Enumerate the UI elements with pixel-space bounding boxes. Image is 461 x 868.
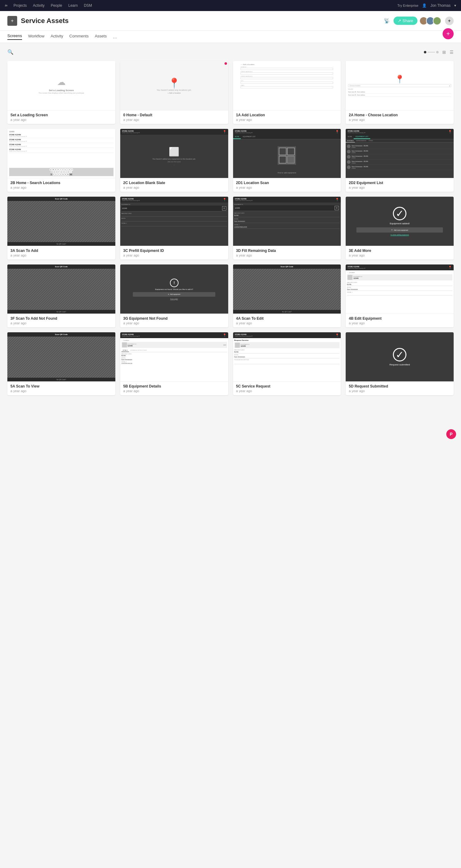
nav-people[interactable]: People xyxy=(51,3,62,8)
scan-again-link: Scan again xyxy=(170,298,178,300)
grid-view-icon[interactable]: ⊞ xyxy=(442,50,446,55)
list-view-icon[interactable]: ☰ xyxy=(450,50,454,55)
screen-card-equipment-list[interactable]: STORE #123456 12345 Some Street Somecity… xyxy=(346,129,454,192)
screen-card-request-submitted[interactable]: ✓ Request submitted 5D Request Submitted… xyxy=(346,332,454,395)
screen-name: 5A Scan To View xyxy=(10,384,112,389)
screen-time: a year ago xyxy=(123,321,225,325)
equipment-list-tab: EQUIPMENT LIST xyxy=(354,135,370,139)
screen-name: 5D Request Submitted xyxy=(349,384,451,389)
screen-name: 2D2 Equipment List xyxy=(349,181,451,185)
screen-card-location-blank[interactable]: STORE #123456 12345 Some Street Somecity… xyxy=(120,129,228,192)
nav-learn[interactable]: Learn xyxy=(68,3,78,8)
screen-time: a year ago xyxy=(349,118,451,122)
choose-location-placeholder: Choose location xyxy=(349,85,360,87)
screen-card-scan-to-add[interactable]: Scan QR Code No QR Code? 3A Scan To Add … xyxy=(7,197,115,259)
screen-card-fill-remaining[interactable]: STORE #123456 12345 Some Street Somecity… xyxy=(233,197,341,259)
screen-card-prefill-equip[interactable]: STORE #123456 12345 Some Street Somecity… xyxy=(120,197,228,259)
try-enterprise-link[interactable]: Try Enterprise xyxy=(397,4,419,7)
tab-comments[interactable]: Comments xyxy=(69,34,89,39)
screen-card-edit-equipment[interactable]: STORE #123456 12345 Some Street Somecity… xyxy=(346,265,454,328)
tab-assets[interactable]: Assets xyxy=(95,34,107,39)
pin-icon: 📍 xyxy=(335,130,339,133)
add-collaborator-button[interactable]: + xyxy=(445,17,454,25)
screen-name: 4A Scan To Edit xyxy=(236,316,338,321)
screen-time: a year ago xyxy=(10,389,112,393)
no-qr-text: No QR Code? xyxy=(234,311,340,313)
details-tab: DETAILS xyxy=(122,349,129,352)
store-id-label: 123456 xyxy=(9,131,14,132)
screen-card-service-request[interactable]: STORE #123456 12345 Some Street Somecity… xyxy=(233,332,341,395)
screen-name: 2B Home - Search Locations xyxy=(10,181,112,185)
screen-card-add-location[interactable]: ← Add a location STORE ID STREET ADDRESS… xyxy=(233,61,341,124)
main-content: 🔍 ⊞ ☰ ☁ Set a Loading Screen The screen … xyxy=(0,43,461,401)
user-name[interactable]: Jon Thomas xyxy=(430,3,451,8)
not-found-icon: ! xyxy=(170,279,178,287)
beverage-subtab: BEVERAGE xyxy=(346,139,355,143)
location-pin-icon: 📍 xyxy=(223,130,226,133)
screen-time: a year ago xyxy=(236,253,338,257)
serial-value: 123456789012345 xyxy=(234,225,340,229)
nav-activity[interactable]: Activity xyxy=(33,3,44,8)
screens-grid: ☁ Set a Loading Screen The screen that d… xyxy=(7,61,454,395)
screen-card-equip-details[interactable]: STORE #123456 12345 Some Street Somecity… xyxy=(120,332,228,395)
nav-projects[interactable]: Projects xyxy=(13,3,27,8)
model-value: Sure Immersion xyxy=(234,220,340,223)
screen-card-equip-not-found[interactable]: ! Equipment not found. Would you like to… xyxy=(120,265,228,328)
cast-icon[interactable]: 📡 xyxy=(384,18,390,24)
submitted-checkmark-icon: ✓ xyxy=(393,348,406,362)
tab-activity[interactable]: Activity xyxy=(51,34,63,39)
pinterest-button[interactable]: P xyxy=(446,429,456,439)
request-service-title: Request Service xyxy=(234,339,340,341)
screen-card-add-more[interactable]: ✓ Equipment added! + Add more equipment … xyxy=(346,197,454,259)
form-back-label: ← Add a location xyxy=(240,63,333,65)
box-icon: ⬜ xyxy=(169,147,179,157)
equipment-list-tab: EQUIPMENT LIST xyxy=(241,135,257,139)
tab-screens[interactable]: Screens xyxy=(7,33,22,40)
manufacturer-value: BUNN xyxy=(234,214,340,217)
no-qr-text: No QR Code? xyxy=(8,311,114,313)
screen-card-location-scan[interactable]: STORE #123456 12345 Some Street Somecity… xyxy=(233,129,341,192)
screen-card-choose-location[interactable]: 📍 Choose location ▾ RECENT Some store ID… xyxy=(346,61,454,124)
screen-name: 3F Scan To Add Not Found xyxy=(10,316,112,321)
equipment-id-label: EQUIPMENT ID xyxy=(122,204,227,205)
map-pin-icon: 📍 xyxy=(395,74,404,84)
nav-dsm[interactable]: DSM xyxy=(84,3,92,8)
screen-card-home-default[interactable]: 📍 You haven't added any locations yet. +… xyxy=(120,61,228,124)
search-icon[interactable]: 🔍 xyxy=(7,49,13,55)
no-qr-text: No QR Code? xyxy=(8,379,114,380)
tab-workflow[interactable]: Workflow xyxy=(28,34,44,39)
screen-card-loading[interactable]: ☁ Set a Loading Screen The screen that d… xyxy=(7,61,115,124)
screen-name: 3G Equipment Not Found xyxy=(123,316,225,321)
dropdown-icon: ▾ xyxy=(449,85,450,87)
add-equipment-button: + Add equipment xyxy=(133,292,215,297)
screen-card-search-locations[interactable]: 123456 STORE #123456 12345 Some Street S… xyxy=(7,129,115,192)
no-equipment-text: You haven't added any equipment to this … xyxy=(153,158,196,160)
screen-time: a year ago xyxy=(10,321,112,325)
page-title: Service Assets xyxy=(21,17,69,25)
request-submitted-text: Request submitted xyxy=(390,363,410,366)
add-more-label: Add more equipment xyxy=(394,229,408,231)
add-more-button: + Add more equipment xyxy=(356,227,442,232)
screen-time: a year ago xyxy=(349,321,451,325)
screen-name: 3D Fill Remaining Data xyxy=(236,249,338,253)
screen-name: Set a Loading Screen xyxy=(10,113,112,117)
checkmark-icon: ✓ xyxy=(393,207,406,220)
share-button[interactable]: ↗ Share xyxy=(394,17,418,25)
screen-card-scan-not-found[interactable]: Scan QR Code No QR Code? 3F Scan To Add … xyxy=(7,265,115,328)
notification-dot xyxy=(225,62,227,65)
screen-name: 3E Add More xyxy=(349,249,451,253)
screen-time: a year ago xyxy=(349,389,451,393)
op-instructions-tab: OPERATING INSTRUCTIONS xyxy=(129,349,148,352)
user-dropdown-icon[interactable]: ▾ xyxy=(454,3,456,8)
screen-card-scan-to-view[interactable]: Scan QR Code No QR Code? 5A Scan To View… xyxy=(7,332,115,395)
more-options-icon[interactable]: ... xyxy=(113,34,117,39)
nav-logo: in xyxy=(5,4,7,7)
share-icon: ↗ xyxy=(398,19,401,23)
screen-name: 2C Location Blank Slate xyxy=(123,181,225,185)
screen-time: a year ago xyxy=(123,253,225,257)
screen-time: a year ago xyxy=(236,118,338,122)
screen-card-scan-to-edit[interactable]: Scan QR Code No QR Code? 4A Scan To Edit… xyxy=(233,265,341,328)
project-header: + Service Assets 📡 ↗ Share + xyxy=(0,11,461,31)
scan-qr-title: Scan QR Code xyxy=(9,198,113,200)
fab-add-button[interactable]: + xyxy=(442,28,454,39)
